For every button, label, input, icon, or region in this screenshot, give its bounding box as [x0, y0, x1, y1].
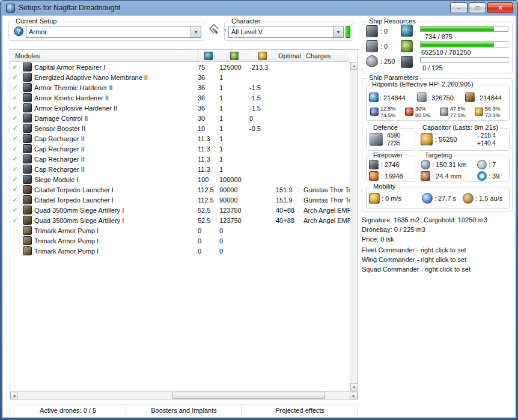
module-row[interactable]: ✓ Quad 3500mm Siege Artillery I 52.5 123… [10, 205, 350, 215]
module-row[interactable]: ✓ Sensor Booster II 10 1 -0.5 [10, 123, 350, 133]
module-cpu-value: 11.3 [198, 156, 219, 163]
column-header-modules[interactable]: Modules [10, 50, 198, 61]
horizontal-scroll-thumb[interactable] [172, 392, 325, 399]
character-combobox[interactable]: All Level V ▼ [228, 26, 344, 38]
close-button[interactable]: × [487, 2, 513, 13]
align-time-value: : 27.7 s [434, 195, 456, 202]
module-row[interactable]: Trimark Armor Pump I 0 0 [10, 225, 350, 236]
vertical-scroll-track[interactable] [350, 70, 358, 383]
module-row[interactable]: Trimark Armor Pump I 0 0 [10, 236, 350, 246]
module-row[interactable]: ✓ Siege Module I 100 100000 [10, 174, 350, 184]
wing-commander-text[interactable]: Wing Commander - right click to set [362, 256, 466, 263]
module-row[interactable]: ✓ Cap Recharger II 11.3 1 [10, 144, 350, 154]
module-row[interactable]: ✓ Damage Control II 30 1 0 [10, 113, 350, 123]
character-combobox-arrow[interactable]: ▼ [333, 26, 343, 37]
thermal-shield-resist: 30% [415, 106, 426, 112]
titlebar[interactable]: Setups for Naglfar Dreadnought ─ □ × [0, 0, 518, 16]
fitted-check-icon: ✓ [10, 206, 20, 214]
column-header-powergrid[interactable] [219, 50, 249, 61]
kinetic-shield-resist: 47.5% [450, 106, 466, 112]
module-row[interactable]: ✓ Capital Armor Repairer I 75 125000 -21… [10, 62, 350, 72]
squad-commander-text[interactable]: Squad Commander - right click to set [362, 266, 471, 273]
module-powergrid-value: 0 [219, 227, 249, 234]
scroll-right-button[interactable]: ► [350, 392, 358, 400]
module-capacitor-value: -0.5 [249, 125, 276, 132]
structure-icon [465, 93, 475, 102]
fitted-check-icon: ✓ [10, 124, 20, 132]
module-optimal-value: 151.9 [276, 186, 303, 193]
tab-active-drones[interactable]: Active drones: 0 / 5 [10, 404, 126, 416]
ship-parameters-group: Ship Parameters Hitpoints (Effective HP:… [362, 78, 513, 212]
column-header-optimal[interactable]: Optimal [276, 50, 303, 61]
setup-combobox-arrow[interactable]: ▼ [190, 26, 201, 37]
powergrid-icon [401, 40, 413, 52]
calibration-icon [366, 55, 378, 67]
module-powergrid-value: 1 [219, 74, 249, 81]
module-name: Sensor Booster II [34, 125, 198, 132]
module-row[interactable]: ✓ Armor Kinetic Hardener II 36 1 -1.5 [10, 93, 350, 103]
explosive-shield-resist: 56.3% [485, 106, 501, 112]
chevron-down-icon: ▼ [194, 30, 198, 34]
bottom-tab-bar: Active drones: 0 / 5 Boosters and Implan… [10, 404, 358, 416]
module-row[interactable]: ✓ Cap Recharger II 11.3 1 [10, 154, 350, 164]
window-title: Setups for Naglfar Dreadnought [19, 4, 446, 12]
scroll-left-button[interactable]: ◄ [10, 392, 18, 400]
kinetic-resist-icon [440, 108, 448, 116]
character-combobox-value: All Level V [229, 26, 333, 37]
module-row[interactable]: ✓ Cap Recharger II 11.3 1 [10, 133, 350, 144]
align-time-icon [422, 193, 433, 204]
fitted-check-icon: ✓ [10, 175, 20, 183]
fitted-check-icon: ✓ [10, 145, 20, 153]
setup-tools-button[interactable] [208, 24, 221, 36]
module-row[interactable]: ✓ Quad 3500mm Siege Artillery I 52.5 123… [10, 215, 350, 225]
maximize-button[interactable]: □ [469, 2, 486, 13]
setup-combobox[interactable]: Armor ▼ [26, 26, 201, 38]
module-cpu-value: 0 [198, 248, 219, 255]
module-optimal-value: 40+88 [276, 207, 303, 214]
capacitor-column-icon [258, 52, 267, 60]
horizontal-scrollbar[interactable]: ◄ ► [10, 391, 358, 399]
launcher-hardpoints-icon [366, 40, 378, 52]
capacitor-icon [421, 133, 433, 145]
firepower-group: Firepower : 2746 : 16948 [366, 156, 415, 182]
horizontal-scroll-track[interactable] [18, 392, 350, 399]
module-cpu-value: 36 [198, 74, 219, 81]
module-icon [23, 246, 32, 255]
module-icon [23, 93, 32, 102]
help-icon[interactable]: ? [14, 26, 23, 36]
tab-projected-effects[interactable]: Projected effects [242, 404, 358, 416]
dronebay-text: Dronebay: 0 / 225 m3 [362, 226, 425, 233]
module-row[interactable]: ✓ Citadel Torpedo Launcher I 112.5 90000… [10, 195, 350, 205]
vertical-scrollbar[interactable]: ▲ ▼ [350, 62, 358, 391]
module-row[interactable]: Trimark Armor Pump I 0 0 [10, 246, 350, 256]
scroll-down-button[interactable]: ▼ [350, 383, 358, 391]
module-powergrid-value: 125000 [219, 64, 249, 71]
fitted-check-icon: ✓ [10, 94, 20, 102]
fitted-check-icon: ✓ [10, 104, 20, 112]
arrow-left-icon: ◄ [13, 394, 16, 398]
module-row[interactable]: ✓ Armor Explosive Hardener II 36 1 -1.5 [10, 103, 350, 113]
module-row[interactable]: ✓ Cap Recharger II 11.3 1 [10, 164, 350, 174]
module-row[interactable]: ✓ Energized Adaptive Nano Membrane II 36… [10, 72, 350, 82]
module-icon [23, 103, 32, 112]
cargohold-text: Cargohold: 10250 m3 [424, 216, 487, 224]
minimize-button[interactable]: ─ [450, 2, 468, 13]
cpu-usage-text: 734 / 875 [425, 33, 452, 40]
module-charges-value: Arch Angel EMP XL [303, 217, 350, 224]
column-header-charges[interactable]: Charges [303, 50, 350, 61]
column-header-capacitor[interactable] [249, 50, 276, 61]
fitted-check-icon: ✓ [10, 114, 20, 122]
module-row[interactable]: ✓ Citadel Torpedo Launcher I 112.5 90000… [10, 184, 350, 195]
module-row[interactable]: ✓ Armor Thermic Hardener II 36 1 -1.5 [10, 82, 350, 93]
module-optimal-value: 151.9 [276, 196, 303, 204]
tab-boosters-and-implants[interactable]: Boosters and Implants [126, 404, 242, 416]
modules-header: Modules Optimal Charges [10, 50, 350, 62]
defence-icon [370, 133, 383, 146]
column-header-cpu[interactable] [198, 50, 219, 61]
module-icon [23, 226, 32, 235]
scroll-up-button[interactable]: ▲ [350, 62, 358, 70]
module-cpu-value: 52.5 [198, 217, 219, 224]
scan-resolution-value: : 24.4 mm [432, 172, 462, 180]
cpu-column-icon [204, 52, 213, 60]
fleet-commander-text[interactable]: Fleet Commander - right click to set [362, 246, 466, 254]
